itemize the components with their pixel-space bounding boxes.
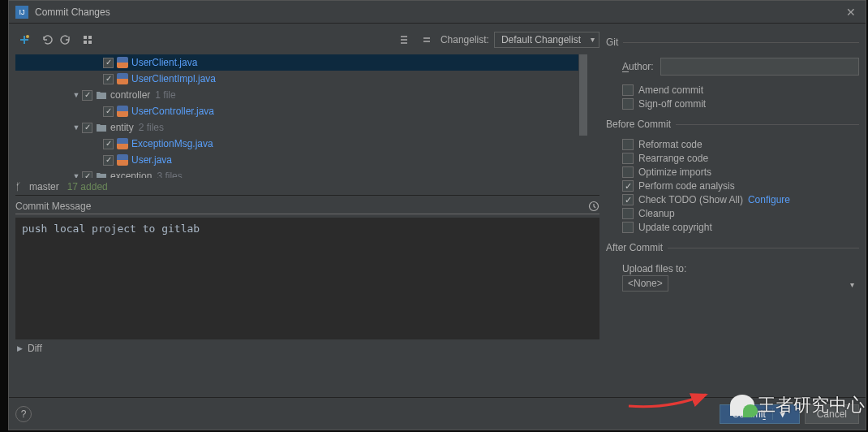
option-label: Perform code analysis (638, 180, 735, 192)
checkbox[interactable] (82, 171, 92, 179)
tree-folder[interactable]: ▼controller1 file (15, 87, 588, 103)
checkbox[interactable] (103, 139, 114, 149)
git-section-label: Git (606, 37, 618, 48)
file-count: 3 files (157, 171, 182, 178)
checkbox[interactable] (622, 139, 634, 150)
file-name: ExceptionMsg.java (131, 138, 213, 149)
file-name: UserController.java (131, 106, 214, 117)
option-optimize-imports[interactable]: Optimize imports (622, 166, 859, 178)
checkbox[interactable] (622, 180, 634, 192)
changelist-label: Changelist: (440, 34, 489, 45)
checkbox[interactable] (622, 166, 634, 178)
option-check-todo-show-all-[interactable]: Check TODO (Show All) Configure (622, 194, 859, 205)
tree-file[interactable]: User.java (15, 152, 588, 168)
scrollbar-thumb[interactable] (579, 54, 587, 136)
titlebar: IJ Commit Changes ✕ (9, 1, 866, 24)
checkbox[interactable] (82, 123, 92, 133)
author-row: Author: (622, 58, 859, 76)
tree-file[interactable]: UserClient.java (15, 54, 588, 71)
branch-bar: ᚶ master 17 added (15, 178, 599, 196)
checkbox[interactable] (103, 74, 114, 84)
branch-name: master (29, 181, 59, 192)
group-by-icon[interactable] (79, 31, 97, 49)
file-count: 2 files (139, 122, 164, 133)
folder-icon (96, 171, 107, 178)
cancel-button[interactable]: Cancel (805, 404, 859, 424)
option-label: Check TODO (Show All) (638, 194, 743, 205)
tree-file[interactable]: UserClientImpl.java (15, 71, 588, 87)
commit-dialog: IJ Commit Changes ✕ Changelist: (8, 0, 866, 430)
option-sign-off-commit[interactable]: Sign-off commit (622, 98, 859, 110)
diff-section[interactable]: ▶ Diff (15, 339, 599, 357)
option-amend-commit[interactable]: Amend commit (622, 84, 859, 96)
option-label: Reformat code (638, 139, 703, 150)
option-perform-code-analysis[interactable]: Perform code analysis (622, 180, 859, 192)
commit-button[interactable]: Commit ▼ (720, 404, 799, 424)
after-commit-title: After Commit (606, 242, 859, 253)
folder-icon (96, 89, 107, 101)
java-file-icon (117, 138, 128, 149)
checkbox[interactable] (82, 90, 92, 101)
revert-icon[interactable] (38, 31, 56, 49)
svg-rect-3 (84, 41, 87, 44)
checkbox[interactable] (103, 58, 114, 68)
new-changelist-icon[interactable] (15, 31, 33, 49)
after-commit-label: After Commit (606, 242, 663, 253)
refresh-icon[interactable] (56, 31, 74, 49)
checkbox[interactable] (622, 222, 634, 233)
svg-point-0 (26, 35, 29, 38)
author-label: Author: (622, 61, 654, 72)
option-reformat-code[interactable]: Reformat code (622, 139, 859, 150)
checkbox[interactable] (622, 194, 634, 205)
chevron-down-icon[interactable]: ▼ (71, 123, 82, 132)
tree-folder[interactable]: ▼entity2 files (15, 119, 588, 136)
file-name: User.java (131, 154, 172, 166)
window-title: Commit Changes (35, 6, 843, 18)
checkbox[interactable] (103, 155, 114, 166)
collapse-all-icon[interactable] (418, 31, 436, 49)
java-file-icon (117, 57, 128, 68)
dialog-body: Changelist: Default Changelist UserClien… (9, 24, 866, 397)
before-commit-label: Before Commit (606, 119, 671, 130)
configure-link[interactable]: Configure (748, 194, 790, 205)
chevron-down-icon[interactable]: ▼ (71, 91, 82, 99)
tree-file[interactable]: ExceptionMsg.java (15, 136, 588, 152)
java-file-icon (117, 73, 128, 84)
java-file-icon (117, 106, 128, 117)
checkbox[interactable] (622, 84, 634, 96)
before-commit-title: Before Commit (606, 119, 859, 130)
upload-select[interactable]: <None> (622, 278, 859, 289)
svg-rect-2 (88, 36, 92, 39)
option-update-copyright[interactable]: Update copyright (622, 222, 859, 233)
expand-all-icon[interactable] (395, 31, 413, 49)
folder-icon (96, 122, 107, 133)
option-rearrange-code[interactable]: Rearrange code (622, 153, 859, 164)
author-input[interactable] (660, 58, 859, 76)
option-cleanup[interactable]: Cleanup (622, 208, 859, 219)
checkbox[interactable] (622, 98, 634, 110)
chevron-down-icon[interactable]: ▼ (71, 172, 82, 178)
changes-toolbar: Changelist: Default Changelist (15, 28, 599, 51)
close-icon[interactable]: ✕ (843, 6, 859, 19)
git-section-title: Git (606, 37, 859, 48)
commit-message-input[interactable] (15, 218, 599, 339)
checkbox[interactable] (622, 208, 634, 219)
file-name: UserClientImpl.java (131, 73, 216, 84)
help-button[interactable]: ? (15, 406, 32, 422)
commit-message-label: Commit Message (15, 201, 91, 212)
tree-scrollbar[interactable] (578, 54, 588, 178)
changes-tree[interactable]: UserClient.javaUserClientImpl.java▼contr… (15, 54, 599, 178)
file-count: 1 file (155, 89, 175, 101)
branch-icon: ᚶ (15, 181, 21, 192)
app-icon: IJ (15, 6, 28, 19)
tree-file[interactable]: UserController.java (15, 103, 588, 119)
checkbox[interactable] (622, 153, 634, 164)
checkbox[interactable] (103, 106, 114, 117)
commit-dropdown-icon[interactable]: ▼ (772, 408, 788, 420)
tree-folder[interactable]: ▼exception3 files (15, 168, 588, 178)
branch-added: 17 added (67, 181, 108, 192)
changelist-select[interactable]: Default Changelist (494, 32, 599, 47)
option-label: Cleanup (638, 208, 675, 219)
history-icon[interactable] (588, 201, 599, 212)
option-label: Optimize imports (638, 166, 711, 178)
